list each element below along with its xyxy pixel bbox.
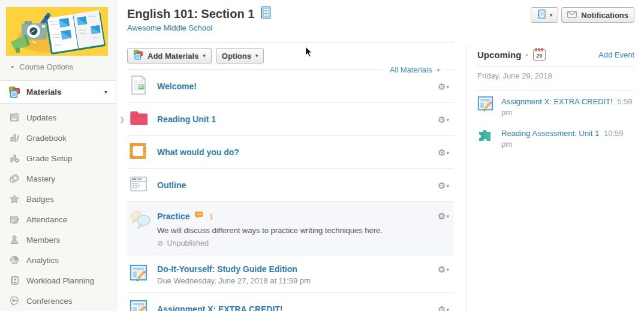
upcoming-event-reading-assessment: Reading Assessment: Unit 1 10:59 pm	[477, 123, 634, 155]
updates-icon	[8, 111, 20, 123]
gear-icon: ⚙	[438, 305, 446, 311]
due-date: Due Wednesday, June 27, 2018 at 11:59 pm	[157, 276, 454, 285]
material-title[interactable]: Practice	[157, 212, 189, 221]
event-title[interactable]: Reading Assessment: Unit 1	[501, 129, 599, 138]
assignment-icon	[477, 95, 493, 114]
puzzle-piece-icon	[477, 127, 493, 146]
add-materials-button[interactable]: Add Materials ▾	[127, 48, 212, 64]
calendar-icon[interactable]: 29	[533, 49, 546, 61]
material-title[interactable]: Do-It-Yourself: Study Guide Edition	[157, 264, 297, 274]
material-row-reading-unit-1: ❯ Reading Unit 1 ⚙ ▾	[127, 103, 454, 136]
materials-icon	[133, 50, 143, 62]
row-gear-menu[interactable]: ⚙ ▾	[438, 181, 449, 190]
material-row-assignment-x: Assignment X: EXTRA CREDIT! ⚙ ▾	[127, 293, 454, 311]
chevron-down-icon: ▾	[446, 306, 449, 311]
material-title[interactable]: Welcome!	[157, 81, 197, 91]
course-illustration	[6, 7, 108, 56]
material-title[interactable]: Reading Unit 1	[157, 114, 216, 124]
sidebar-item-label: Materials	[26, 87, 62, 96]
chevron-down-icon: ▾	[11, 64, 14, 70]
sidebar-item-gradebook[interactable]: Gradebook	[0, 128, 116, 148]
add-event-link[interactable]: Add Event	[598, 50, 634, 59]
notifications-button[interactable]: Notifications	[561, 7, 634, 23]
course-banner-image	[6, 7, 108, 56]
sidebar-item-attendance[interactable]: Attendance	[0, 209, 116, 230]
sidebar-item-grade-setup[interactable]: Grade Setup	[0, 148, 116, 168]
analytics-icon	[8, 254, 20, 266]
gear-icon: ⚙	[438, 148, 446, 157]
sidebar-item-label: Conferences	[26, 297, 73, 306]
material-title[interactable]: Assignment X: EXTRA CREDIT!	[157, 304, 283, 311]
assignment-icon	[130, 299, 148, 311]
options-label: Options	[222, 52, 251, 61]
folder-icon	[130, 110, 148, 128]
chevron-down-icon: ▾	[104, 89, 107, 95]
sidebar-item-label: Grade Setup	[26, 154, 73, 163]
gradebook-icon	[8, 132, 20, 144]
page-icon	[130, 75, 148, 98]
mouse-cursor	[305, 46, 313, 61]
row-gear-menu[interactable]: ⚙ ▾	[438, 115, 449, 124]
material-title[interactable]: Outline	[157, 180, 186, 190]
upcoming-date-heading: Friday, June 29, 2018	[477, 67, 634, 85]
row-gear-menu[interactable]: ⚙ ▾	[438, 265, 449, 274]
course-page: ▾ Course Options Materials ▾	[0, 0, 644, 311]
sidebar-item-badges[interactable]: Badges	[0, 189, 116, 209]
attendance-icon	[8, 213, 20, 225]
course-options-label: Course Options	[19, 62, 73, 71]
chevron-down-icon: ▾	[446, 182, 449, 188]
page-title: English 101: Section 1	[127, 6, 271, 22]
sidebar-item-members[interactable]: Members	[0, 230, 116, 250]
materials-icon	[8, 86, 20, 98]
course-dashboard-button[interactable]: ▾	[531, 7, 559, 23]
expand-folder-chevron-icon[interactable]: ❯	[119, 116, 125, 123]
chevron-down-icon: ▾	[446, 116, 449, 122]
upcoming-panel: Upcoming · 29 Add Event Friday, June 29,…	[477, 49, 634, 155]
assignment-icon	[130, 264, 148, 284]
sidebar-item-materials[interactable]: Materials ▾	[0, 80, 116, 104]
materials-list: Welcome! ⚙ ▾ ❯ Reading Unit 1 ⚙ ▾	[127, 70, 454, 311]
badges-icon	[8, 193, 20, 205]
course-sidebar: ▾ Course Options Materials ▾	[0, 0, 116, 311]
row-gear-menu[interactable]: ⚙ ▾	[438, 212, 449, 221]
grade-setup-icon	[8, 152, 20, 164]
sidebar-item-mastery[interactable]: Mastery	[0, 168, 116, 189]
material-title[interactable]: What would you do?	[157, 147, 239, 157]
row-gear-menu[interactable]: ⚙ ▾	[438, 305, 449, 311]
header-divider	[127, 42, 454, 43]
sidebar-item-label: Updates	[26, 113, 56, 122]
course-nav: Materials ▾ Updates	[0, 80, 116, 311]
course-title-text: English 101: Section 1	[127, 7, 254, 21]
comment-count[interactable]: 1	[209, 212, 213, 221]
sidebar-item-updates[interactable]: Updates	[0, 107, 116, 128]
materials-toolbar: Add Materials ▾ Options ▾	[127, 48, 264, 64]
chevron-down-icon: ▾	[446, 213, 449, 219]
sidebar-item-conferences[interactable]: Conferences	[0, 291, 116, 311]
upcoming-event-assignment-x: Assignment X: EXTRA CREDIT! 5:59 pm	[477, 91, 634, 123]
chevron-down-icon: ▾	[446, 267, 449, 273]
gear-icon: ⚙	[438, 265, 446, 274]
event-title[interactable]: Assignment X: EXTRA CREDIT!	[501, 97, 613, 106]
conferences-icon	[8, 295, 20, 307]
notebook-icon	[537, 9, 546, 21]
chevron-down-icon: ▾	[550, 12, 553, 18]
school-link[interactable]: Awesome Middle School	[127, 23, 212, 32]
row-gear-menu[interactable]: ⚙ ▾	[438, 148, 449, 157]
chevron-down-icon: ▾	[446, 149, 449, 155]
course-options-toggle[interactable]: ▾ Course Options	[11, 62, 73, 71]
workload-planning-icon	[8, 274, 20, 286]
options-button[interactable]: Options ▾	[216, 48, 264, 64]
outline-page-icon	[130, 176, 148, 195]
add-materials-label: Add Materials	[148, 52, 198, 61]
row-gear-menu[interactable]: ⚙ ▾	[438, 82, 449, 91]
assessment-frame-icon	[130, 143, 146, 162]
material-row-welcome: Welcome! ⚙ ▾	[127, 70, 454, 103]
material-row-outline: Outline ⚙ ▾	[127, 169, 454, 202]
sidebar-item-analytics[interactable]: Analytics	[0, 250, 116, 270]
envelope-icon	[567, 11, 577, 20]
gear-icon: ⚙	[438, 115, 446, 124]
separator-dot: ·	[525, 50, 528, 61]
material-description: We will discuss different ways to practi…	[157, 226, 454, 235]
chevron-down-icon: ▾	[255, 53, 258, 59]
sidebar-item-workload-planning[interactable]: Workload Planning	[0, 270, 116, 291]
